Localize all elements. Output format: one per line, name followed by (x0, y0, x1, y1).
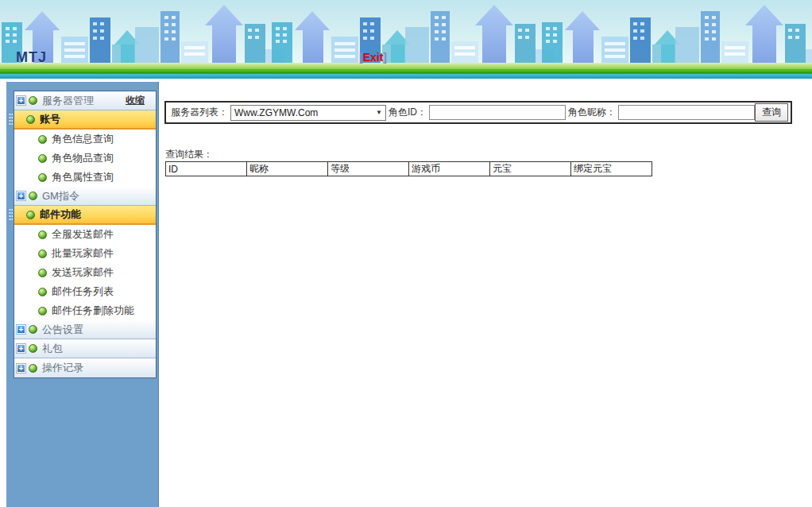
sidebar-menu: + 服务器管理 收缩 账号 角色信息查询 角色物品查询 角色属性查询 (14, 91, 157, 378)
drag-handle-icon (9, 208, 13, 221)
sidebar-item-label: 角色物品查询 (52, 151, 114, 165)
sidebar-item-role-attr-query[interactable]: 角色属性查询 (14, 168, 156, 187)
sidebar-item-role-info-query[interactable]: 角色信息查询 (14, 130, 156, 149)
exit-link[interactable]: [Exit] (359, 51, 387, 64)
role-nick-label: 角色昵称： (568, 106, 616, 119)
sidebar-item-label: 礼包 (42, 342, 63, 356)
server-select[interactable]: Www.ZGYMW.Com ▼ (230, 105, 386, 121)
sidebar-item-label: 角色属性查询 (52, 170, 114, 184)
page: MTJ [Exit] + 服务器管理 收缩 账号 角色信息查询 角色物品 (0, 0, 812, 507)
sidebar-item-send-mail-all[interactable]: 全服发送邮件 (14, 225, 156, 244)
sidebar-item-role-item-query[interactable]: 角色物品查询 (14, 149, 156, 168)
green-orb-icon (29, 344, 37, 353)
sidebar-item-mail-function[interactable]: 邮件功能 (14, 206, 156, 225)
sidebar-item-account[interactable]: 账号 (14, 110, 156, 130)
expand-plus-icon[interactable]: + (17, 96, 25, 105)
sidebar-item-server-management[interactable]: + 服务器管理 收缩 (14, 91, 156, 110)
results-table: ID 昵称 等级 游戏币 元宝 绑定元宝 (165, 161, 652, 176)
results-title: 查询结果： (165, 148, 213, 161)
expand-plus-icon[interactable]: + (17, 192, 25, 200)
sidebar-item-label: 批量玩家邮件 (52, 246, 114, 261)
sidebar-item-label: 邮件任务删除功能 (52, 304, 134, 318)
expand-plus-icon[interactable]: + (17, 364, 25, 373)
exit-bracket-right: ] (383, 51, 387, 64)
sidebar-item-label: 账号 (40, 112, 60, 126)
query-toolbar: 服务器列表： Www.ZGYMW.Com ▼ 角色ID： 角色昵称： 查询 (164, 101, 792, 124)
expand-plus-icon[interactable]: + (17, 325, 25, 334)
sidebar-item-label: 公告设置 (42, 323, 83, 337)
green-orb-icon (38, 269, 47, 277)
green-orb-icon (38, 307, 47, 315)
green-orb-icon (26, 211, 35, 219)
sidebar-item-label: 服务器管理 (42, 94, 94, 108)
sidebar-item-operation-log[interactable]: + 操作记录 (14, 358, 156, 377)
drag-handle-icon (9, 113, 13, 126)
green-orb-icon (38, 230, 47, 239)
role-id-input[interactable] (429, 105, 566, 120)
sidebar-item-mail-task-delete[interactable]: 邮件任务删除功能 (14, 301, 156, 320)
sidebar: + 服务器管理 收缩 账号 角色信息查询 角色物品查询 角色属性查询 (6, 82, 159, 507)
exit-label: Exit (363, 51, 384, 64)
col-header-game-coin: 游戏币 (409, 162, 490, 176)
sidebar-item-label: 操作记录 (42, 361, 83, 375)
green-orb-icon (38, 288, 47, 296)
green-orb-icon (29, 192, 37, 200)
sidebar-item-label: 全服发送邮件 (52, 227, 114, 242)
server-list-label: 服务器列表： (171, 106, 228, 119)
green-orb-icon (29, 364, 37, 373)
dropdown-arrow-icon: ▼ (376, 109, 382, 116)
collapse-link[interactable]: 收缩 (126, 94, 145, 107)
role-id-label: 角色ID： (389, 106, 427, 119)
sidebar-item-batch-player-mail[interactable]: 批量玩家邮件 (14, 244, 156, 263)
server-select-value: Www.ZGYMW.Com (234, 107, 318, 118)
city-skyline-banner: MTJ [Exit] (0, 0, 812, 79)
green-orb-icon (29, 325, 37, 334)
sidebar-item-announcement[interactable]: + 公告设置 (14, 320, 156, 339)
col-header-id: ID (166, 162, 247, 176)
sidebar-item-gift-pack[interactable]: + 礼包 (14, 339, 156, 358)
sidebar-item-mail-task-list[interactable]: 邮件任务列表 (14, 282, 156, 301)
col-header-level: 等级 (328, 162, 409, 176)
sidebar-item-label: 邮件功能 (40, 207, 81, 222)
sidebar-item-label: 角色信息查询 (52, 132, 114, 146)
site-logo: MTJ (16, 49, 47, 66)
col-header-nickname: 昵称 (247, 162, 328, 176)
col-header-yuanbao: 元宝 (490, 162, 571, 176)
main-content: 服务器列表： Www.ZGYMW.Com ▼ 角色ID： 角色昵称： 查询 查询… (159, 79, 812, 507)
query-button[interactable]: 查询 (755, 103, 788, 122)
col-header-bound-yuanbao: 绑定元宝 (571, 162, 652, 176)
role-nick-input[interactable] (618, 105, 755, 120)
sidebar-item-label: 邮件任务列表 (52, 284, 114, 299)
sidebar-item-label: 发送玩家邮件 (52, 265, 114, 280)
green-orb-icon (26, 115, 35, 124)
green-orb-icon (38, 154, 47, 163)
skyline-illustration (0, 0, 812, 79)
sidebar-item-send-player-mail[interactable]: 发送玩家邮件 (14, 263, 156, 282)
sidebar-item-gm-command[interactable]: + GM指令 (14, 187, 156, 206)
expand-plus-icon[interactable]: + (17, 344, 25, 353)
table-header-row: ID 昵称 等级 游戏币 元宝 绑定元宝 (166, 162, 652, 176)
green-orb-icon (29, 96, 37, 105)
sidebar-item-label: GM指令 (42, 189, 79, 203)
green-orb-icon (38, 250, 47, 258)
green-orb-icon (38, 173, 47, 182)
green-orb-icon (38, 135, 47, 144)
